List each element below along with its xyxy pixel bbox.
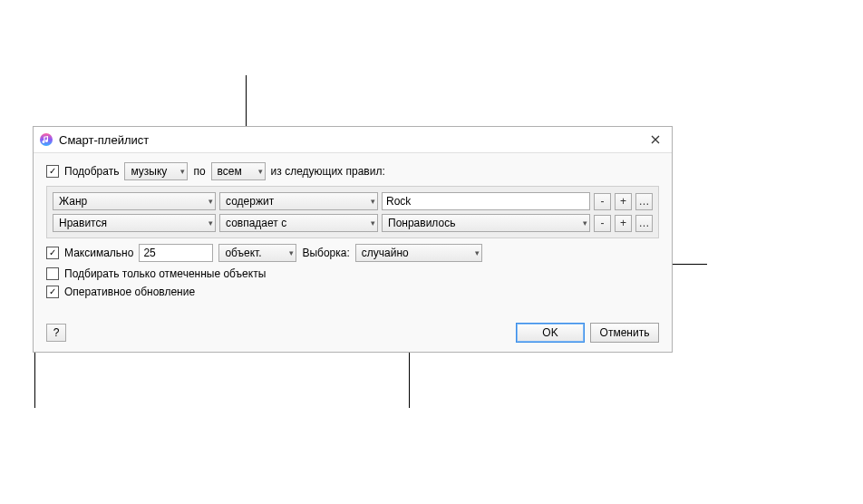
svg-point-0 xyxy=(40,133,53,146)
remove-rule-button[interactable]: - xyxy=(594,215,611,232)
live-update-row: ✓ Оперативное обновление xyxy=(46,286,659,298)
cancel-button[interactable]: Отменить xyxy=(590,323,659,343)
checked-only-label: Подбирать только отмеченные объекты xyxy=(64,267,266,280)
chevron-down-icon: ▾ xyxy=(371,218,375,228)
close-icon xyxy=(651,135,660,144)
rule-field-value: Нравится xyxy=(59,217,107,229)
help-icon: ? xyxy=(53,326,60,339)
cancel-label: Отменить xyxy=(600,326,650,339)
help-button[interactable]: ? xyxy=(46,324,66,342)
plus-icon: + xyxy=(620,218,626,228)
checked-only-checkbox[interactable] xyxy=(46,267,59,280)
live-update-label: Оперативное обновление xyxy=(64,286,195,298)
app-icon xyxy=(39,132,53,147)
limit-label: Максимально xyxy=(64,247,133,259)
close-button[interactable] xyxy=(645,131,666,149)
match-type-value: музыку xyxy=(131,165,167,178)
match-scope-value: всем xyxy=(218,165,242,178)
remove-rule-button[interactable]: - xyxy=(594,193,611,210)
ellipsis-icon: … xyxy=(639,196,650,207)
rule-row: Нравится ▾ совпадает с ▾ Понравилось ▾ -… xyxy=(53,214,653,232)
selection-value: случайно xyxy=(362,247,409,259)
rule-value-select[interactable]: Понравилось ▾ xyxy=(382,214,590,232)
dialog-footer: ? OK Отменить xyxy=(34,323,672,352)
limit-unit-value: объект. xyxy=(225,247,261,259)
chevron-down-icon: ▾ xyxy=(208,218,213,228)
rule-value-input[interactable] xyxy=(382,192,590,210)
match-by-label: по xyxy=(193,165,205,178)
limit-row: ✓ Максимально объект. ▾ Выборка: случайн… xyxy=(46,244,659,262)
chevron-down-icon: ▾ xyxy=(475,248,480,257)
window-title: Смарт-плейлист xyxy=(59,133,639,147)
minus-icon: - xyxy=(601,196,605,207)
chevron-down-icon: ▾ xyxy=(258,167,263,176)
ok-label: OK xyxy=(542,326,558,339)
chevron-down-icon: ▾ xyxy=(180,167,185,176)
titlebar: Смарт-плейлист xyxy=(34,127,672,153)
selection-label: Выборка: xyxy=(302,247,349,259)
match-checkbox[interactable]: ✓ xyxy=(46,165,59,178)
chevron-down-icon: ▾ xyxy=(583,218,587,228)
ellipsis-icon: … xyxy=(639,218,650,228)
rule-op-select[interactable]: совпадает с ▾ xyxy=(219,214,378,232)
smart-playlist-dialog: Смарт-плейлист ✓ Подобрать музыку ▾ по в… xyxy=(33,126,673,353)
match-type-select[interactable]: музыку ▾ xyxy=(124,162,188,180)
chevron-down-icon: ▾ xyxy=(289,248,294,257)
plus-icon: + xyxy=(620,196,626,207)
rules-container: Жанр ▾ содержит ▾ - + … Нравится ▾ xyxy=(46,186,659,238)
rule-op-value: содержит xyxy=(226,195,274,208)
chevron-down-icon: ▾ xyxy=(208,197,213,206)
rule-op-value: совпадает с xyxy=(226,217,286,229)
match-suffix: из следующих правил: xyxy=(271,165,385,178)
minus-icon: - xyxy=(601,218,605,228)
rule-op-select[interactable]: содержит ▾ xyxy=(219,192,378,210)
live-update-checkbox[interactable]: ✓ xyxy=(46,286,59,298)
limit-unit-select[interactable]: объект. ▾ xyxy=(218,244,296,262)
selection-select[interactable]: случайно ▾ xyxy=(355,244,482,262)
rule-field-select[interactable]: Жанр ▾ xyxy=(53,192,216,210)
match-label: Подобрать xyxy=(64,165,119,178)
rule-options-button[interactable]: … xyxy=(635,193,653,210)
limit-checkbox[interactable]: ✓ xyxy=(46,247,59,259)
add-rule-button[interactable]: + xyxy=(615,193,632,210)
rule-field-select[interactable]: Нравится ▾ xyxy=(53,214,216,232)
match-scope-select[interactable]: всем ▾ xyxy=(211,162,266,180)
rule-value-value: Понравилось xyxy=(388,217,455,229)
limit-value-input[interactable] xyxy=(139,244,213,262)
rule-options-button[interactable]: … xyxy=(635,215,653,232)
ok-button[interactable]: OK xyxy=(516,323,585,343)
add-rule-button[interactable]: + xyxy=(615,215,632,232)
checked-only-row: Подбирать только отмеченные объекты xyxy=(46,267,659,280)
chevron-down-icon: ▾ xyxy=(371,197,375,206)
rule-row: Жанр ▾ содержит ▾ - + … xyxy=(53,192,653,210)
rule-field-value: Жанр xyxy=(59,195,87,208)
match-row: ✓ Подобрать музыку ▾ по всем ▾ из следую… xyxy=(46,162,659,180)
